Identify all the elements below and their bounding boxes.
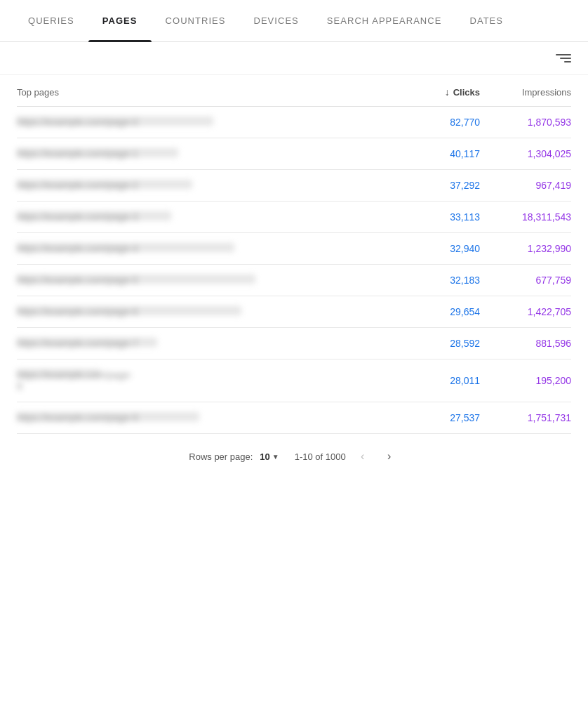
cell-clicks-2: 37,292 [389,180,480,191]
cell-clicks-8: 28,011 [389,375,480,386]
rows-per-page-label: Rows per page: [189,451,253,462]
blurred-url-4: https://example.com/page-4 [17,243,234,252]
table-row[interactable]: https://example.com/page-828,011195,200 [17,360,571,402]
table-row[interactable]: https://example.com/page-927,5371,751,73… [17,402,571,434]
tab-dates[interactable]: DATES [455,0,517,41]
cell-impressions-2: 967,419 [480,180,571,191]
tab-search-appearance[interactable]: SEARCH APPEARANCE [313,0,456,41]
cell-page-1: https://example.com/page-1 [17,148,389,159]
cell-clicks-0: 82,770 [389,117,480,128]
cell-impressions-1: 1,304,025 [480,148,571,159]
cell-clicks-1: 40,117 [389,148,480,159]
cell-impressions-3: 18,311,543 [480,211,571,223]
blurred-url-7: https://example.com/page-7 [17,338,157,347]
table-row[interactable]: https://example.com/page-082,7701,870,59… [17,107,571,138]
tab-bar: QUERIESPAGESCOUNTRIESDEVICESSEARCH APPEA… [0,0,588,42]
cell-clicks-6: 29,654 [389,306,480,317]
blurred-url-6: https://example.com/page-6 [17,306,241,315]
cell-clicks-9: 27,537 [389,412,480,423]
col-clicks-header[interactable]: ↓ Clicks [389,86,480,98]
cell-clicks-4: 32,940 [389,243,480,254]
cell-page-5: https://example.com/page-5 [17,275,389,286]
tab-queries[interactable]: QUERIES [14,0,88,41]
blurred-url-1: https://example.com/page-1 [17,148,178,157]
cell-page-9: https://example.com/page-9 [17,412,389,423]
table-row[interactable]: https://example.com/page-140,1171,304,02… [17,138,571,170]
data-table: Top pages ↓ Clicks Impressions https://e… [0,75,588,434]
rows-per-page-dropdown[interactable]: 10 ▼ [260,451,279,462]
blurred-url-8: https://example.com/page-8 [17,369,101,378]
cell-impressions-6: 1,422,705 [480,306,571,317]
next-page-button[interactable]: › [380,447,399,466]
table-row[interactable]: https://example.com/page-728,592881,596 [17,328,571,360]
cell-impressions-9: 1,751,731 [480,412,571,423]
cell-page-0: https://example.com/page-0 [17,117,389,128]
table-body: https://example.com/page-082,7701,870,59… [17,107,571,434]
cell-impressions-4: 1,232,990 [480,243,571,254]
filter-icon[interactable] [556,51,571,66]
table-footer: Rows per page: 10 ▼ 1-10 of 1000 ‹ › [0,434,588,479]
dropdown-arrow-icon: ▼ [272,453,279,461]
table-row[interactable]: https://example.com/page-432,9401,232,99… [17,233,571,265]
filter-bar [0,42,588,75]
blurred-url-9: https://example.com/page-9 [17,412,199,421]
cell-impressions-0: 1,870,593 [480,117,571,128]
tab-countries[interactable]: COUNTRIES [152,0,240,41]
cell-impressions-7: 881,596 [480,338,571,349]
table-row[interactable]: https://example.com/page-237,292967,419 [17,170,571,202]
prev-page-button[interactable]: ‹ [353,447,373,466]
cell-page-4: https://example.com/page-4 [17,243,389,254]
cell-impressions-8: 195,200 [480,375,571,386]
cell-clicks-7: 28,592 [389,338,480,349]
cell-page-8: https://example.com/page-8 [17,369,389,392]
col-impressions-header[interactable]: Impressions [480,87,571,98]
sort-arrow-icon: ↓ [445,86,450,98]
cell-page-6: https://example.com/page-6 [17,306,389,317]
cell-page-7: https://example.com/page-7 [17,338,389,349]
blurred-url-2: https://example.com/page-2 [17,180,192,189]
table-row[interactable]: https://example.com/page-532,183677,759 [17,265,571,296]
blurred-url-3: https://example.com/page-3 [17,211,171,220]
tab-pages[interactable]: PAGES [88,0,152,41]
col-page-header: Top pages [17,87,389,98]
cell-impressions-5: 677,759 [480,275,571,286]
cell-page-3: https://example.com/page-3 [17,211,389,223]
cell-clicks-3: 33,113 [389,211,480,223]
cell-page-2: https://example.com/page-2 [17,180,389,191]
table-row[interactable]: https://example.com/page-629,6541,422,70… [17,296,571,328]
blurred-url-0: https://example.com/page-0 [17,117,213,126]
blurred-url-5: https://example.com/page-5 [17,275,255,284]
cell-clicks-5: 32,183 [389,275,480,286]
page-range: 1-10 of 1000 [295,451,346,462]
table-row[interactable]: https://example.com/page-333,11318,311,5… [17,202,571,233]
table-header: Top pages ↓ Clicks Impressions [17,75,571,107]
rows-per-page-value: 10 [260,451,269,462]
tab-devices[interactable]: DEVICES [239,0,312,41]
